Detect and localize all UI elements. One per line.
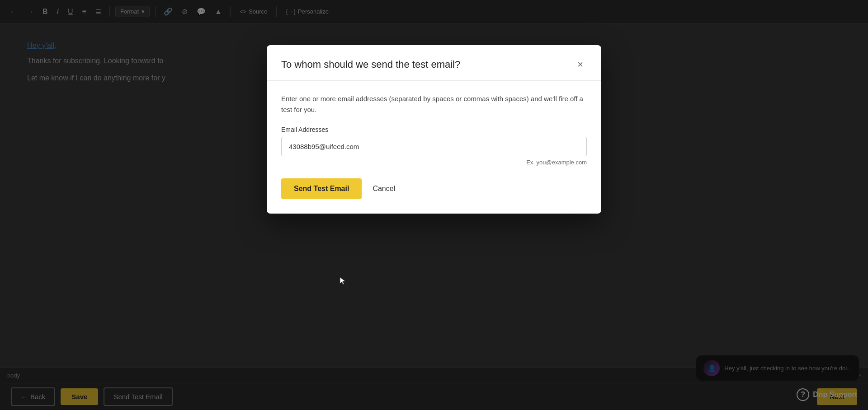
modal-actions: Send Test Email Cancel [281, 178, 587, 199]
email-addresses-label: Email Addresses [281, 126, 587, 133]
email-addresses-input[interactable] [281, 137, 587, 156]
modal-close-button[interactable]: × [574, 58, 587, 71]
modal-body: Enter one or more email addresses (separ… [267, 81, 601, 214]
modal-send-test-button[interactable]: Send Test Email [281, 178, 362, 199]
email-hint: Ex. you@example.com [281, 159, 587, 166]
send-test-email-modal: To whom should we send the test email? ×… [267, 45, 601, 214]
modal-overlay: To whom should we send the test email? ×… [0, 0, 868, 410]
modal-title: To whom should we send the test email? [281, 59, 460, 70]
modal-header: To whom should we send the test email? × [267, 45, 601, 81]
modal-cancel-button[interactable]: Cancel [373, 185, 395, 193]
modal-description: Enter one or more email addresses (separ… [281, 93, 587, 115]
